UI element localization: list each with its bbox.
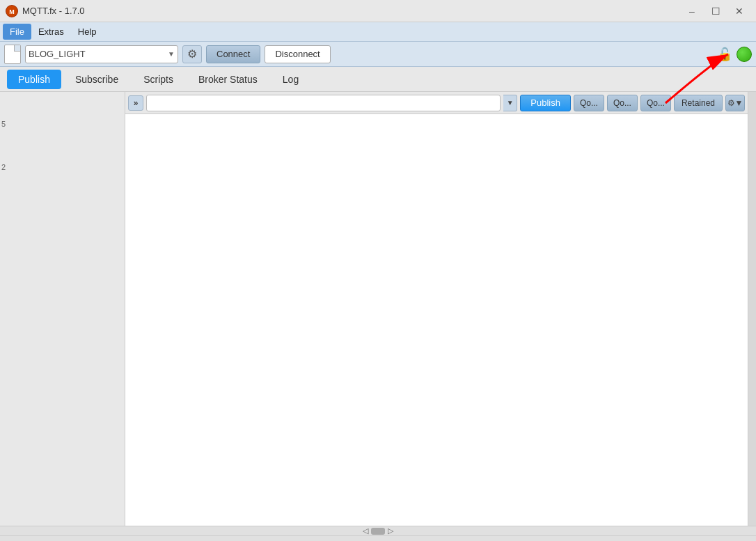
title-bar: M MQTT.fx - 1.7.0 – ☐ ✕	[0, 0, 756, 22]
qos0-button[interactable]: Qo...	[574, 95, 604, 111]
sidebar-number-1: 5	[1, 120, 6, 128]
sidebar-numbers: 5 2	[0, 120, 6, 171]
content-panel: » ▼ Publish Qo... Qo... Qo... Retained ⚙…	[125, 92, 748, 526]
window-title: MQTT.fx - 1.7.0	[22, 6, 85, 16]
topic-dropdown-button[interactable]: ▼	[503, 95, 517, 111]
lock-icon[interactable]: 🔓	[717, 47, 732, 62]
menu-item-extras[interactable]: Extras	[31, 24, 71, 40]
maximize-button[interactable]: ☐	[704, 3, 727, 19]
tab-bar: Publish Subscribe Scripts Broker Status …	[0, 67, 756, 92]
expand-button[interactable]: »	[128, 95, 143, 111]
options-button[interactable]: ⚙▼	[725, 95, 745, 111]
bottom-scrollbar[interactable]: ◁ ▷	[0, 526, 756, 535]
qos2-button[interactable]: Qo...	[640, 95, 671, 111]
close-button[interactable]: ✕	[728, 3, 750, 19]
left-sidebar: 5 2	[0, 92, 125, 526]
main-area: 5 2 » ▼ Publish Qo... Qo... Qo... Retain…	[0, 92, 756, 526]
connection-status-dot	[737, 47, 752, 62]
svg-text:M: M	[9, 8, 15, 15]
minimize-button[interactable]: –	[681, 3, 703, 19]
sidebar-number-2: 2	[1, 163, 6, 171]
tab-scripts[interactable]: Scripts	[132, 70, 184, 89]
publish-toolbar: » ▼ Publish Qo... Qo... Qo... Retained ⚙…	[125, 92, 748, 114]
menu-bar: File Extras Help	[0, 22, 756, 42]
status-bar: https://blog.csdn.net/wq...	[0, 535, 756, 541]
dropdown-arrow-icon: ▼	[168, 50, 175, 58]
qos1-button[interactable]: Qo...	[607, 95, 638, 111]
title-bar-controls: – ☐ ✕	[681, 3, 750, 19]
disconnect-button[interactable]: Disconnect	[265, 45, 330, 63]
toolbar: BLOG_LIGHT ▼ ⚙ Connect Disconnect 🔓	[0, 42, 756, 67]
connection-select[interactable]: BLOG_LIGHT ▼	[25, 45, 178, 63]
settings-button[interactable]: ⚙	[182, 45, 202, 63]
topic-input[interactable]	[146, 95, 501, 111]
right-panel	[748, 92, 756, 526]
tab-publish[interactable]: Publish	[7, 70, 61, 89]
menu-item-file[interactable]: File	[3, 24, 31, 40]
horizontal-scrollbar-thumb[interactable]	[371, 528, 385, 535]
retained-button[interactable]: Retained	[674, 95, 723, 111]
message-area[interactable]	[125, 114, 748, 526]
new-connection-icon[interactable]	[4, 45, 21, 64]
connection-name: BLOG_LIGHT	[29, 49, 168, 59]
menu-item-help[interactable]: Help	[71, 24, 104, 40]
tab-log[interactable]: Log	[271, 70, 310, 89]
tab-subscribe[interactable]: Subscribe	[64, 70, 129, 89]
title-bar-left: M MQTT.fx - 1.7.0	[6, 5, 85, 17]
connect-button[interactable]: Connect	[206, 45, 260, 63]
tab-broker-status[interactable]: Broker Status	[187, 70, 269, 89]
app-icon: M	[6, 5, 18, 17]
publish-button[interactable]: Publish	[520, 95, 571, 111]
